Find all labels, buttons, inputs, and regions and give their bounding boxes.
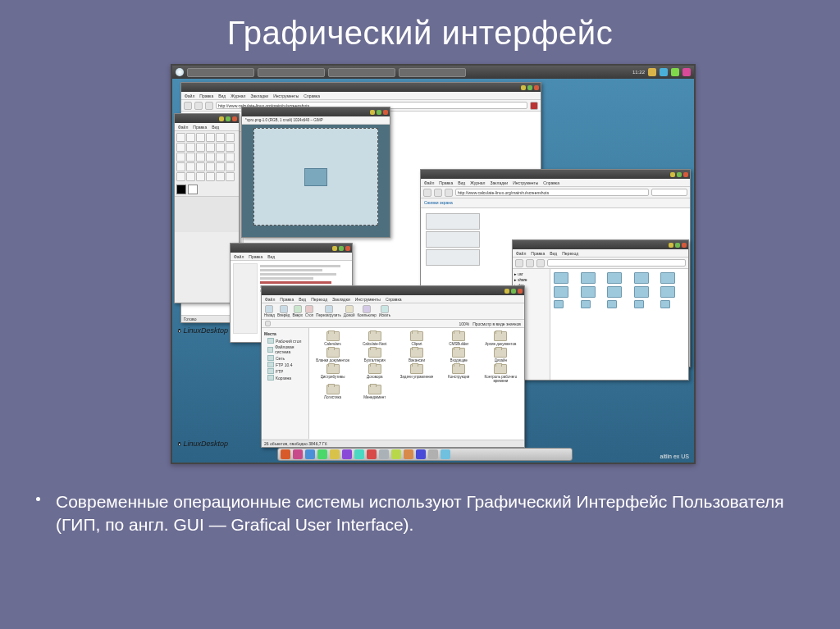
tool-icon[interactable]: [226, 172, 235, 181]
computer-icon[interactable]: [363, 305, 371, 313]
tool-icon[interactable]: [176, 143, 185, 152]
folder-item[interactable]: CMSBuilder: [439, 331, 479, 346]
tool-icon[interactable]: [226, 153, 235, 162]
maximize-icon[interactable]: [511, 289, 516, 294]
folder-icon[interactable]: [607, 286, 622, 298]
fm-toolbar[interactable]: Назад Вперёд Вверх Стоп Перезагрузить До…: [262, 303, 524, 320]
tool-icon[interactable]: [206, 133, 215, 142]
maximize-icon[interactable]: [226, 116, 231, 121]
tool-icon[interactable]: [176, 153, 185, 162]
tool-icon[interactable]: [186, 133, 195, 142]
folder-icon[interactable]: [634, 300, 644, 308]
folder-icon[interactable]: [581, 272, 596, 284]
tool-icon[interactable]: [196, 153, 205, 162]
back-icon[interactable]: [184, 102, 192, 110]
tool-icon[interactable]: [186, 172, 195, 181]
tool-icon[interactable]: [196, 162, 205, 171]
close-icon[interactable]: [683, 172, 688, 177]
folder-item[interactable]: Бухгалтерия: [354, 348, 395, 362]
close-icon[interactable]: [383, 110, 388, 115]
folder-item[interactable]: Менеджмент: [354, 385, 395, 399]
folder-item[interactable]: Бланки документов: [313, 348, 353, 362]
dock-panel[interactable]: [277, 448, 573, 461]
bg-color-swatch[interactable]: [188, 185, 198, 194]
tool-icon[interactable]: [176, 172, 185, 181]
folder-item[interactable]: Конструкции: [439, 364, 479, 383]
tool-icon[interactable]: [176, 133, 185, 142]
maximize-icon[interactable]: [377, 110, 381, 115]
minimize-icon[interactable]: [670, 172, 675, 177]
tool-icon[interactable]: [186, 153, 195, 162]
minimize-icon[interactable]: [504, 289, 509, 294]
sidebar-item[interactable]: Рабочий стол: [267, 338, 306, 344]
menubar[interactable]: ФайлПравкаВид: [175, 123, 239, 131]
dock-app-icon[interactable]: [293, 449, 303, 459]
folder-item[interactable]: Clipart: [396, 331, 436, 346]
tool-icon[interactable]: [186, 143, 195, 152]
folder-icon[interactable]: [581, 300, 591, 308]
tray-icon[interactable]: [671, 68, 679, 76]
start-menu-icon[interactable]: [176, 68, 184, 76]
folder-item[interactable]: Задачи управления: [396, 364, 436, 383]
tool-icon[interactable]: [176, 162, 185, 171]
reload-icon[interactable]: [325, 305, 333, 313]
sidebar-item[interactable]: Сеть: [267, 355, 306, 361]
taskbar-task[interactable]: [258, 68, 325, 77]
close-icon[interactable]: [682, 243, 687, 248]
taskbar-task[interactable]: [328, 68, 395, 77]
reload-icon[interactable]: [205, 102, 213, 110]
dock-app-icon[interactable]: [342, 449, 352, 459]
menubar[interactable]: ФайлПравкаВидЖурналЗакладкиИнструментыСп…: [421, 179, 690, 187]
file-manager-window[interactable]: ФайлПравкаВидПереходЗакладкиИнструментыС…: [261, 285, 525, 448]
file-browser-secondary[interactable]: ФайлПравкаВидПереход ▸ usr▸ share▸ doc▸ …: [512, 239, 689, 381]
sidebar-item[interactable]: FTP: [267, 368, 306, 374]
maximize-icon[interactable]: [527, 85, 532, 90]
forward-icon[interactable]: [434, 189, 442, 197]
dock-app-icon[interactable]: [281, 449, 290, 459]
location-bar[interactable]: 100% Просмотр в виде значков: [262, 320, 524, 328]
minimize-icon[interactable]: [219, 116, 224, 121]
sidebar-item[interactable]: FTP 10.4: [267, 362, 306, 367]
menubar[interactable]: ФайлПравкаВидПереходЗакладкиИнструментыС…: [262, 295, 524, 303]
tool-icon[interactable]: [216, 162, 225, 171]
dock-app-icon[interactable]: [305, 449, 315, 459]
back-icon[interactable]: [265, 305, 273, 313]
folder-icon[interactable]: [554, 272, 568, 284]
search-box[interactable]: [651, 189, 687, 196]
folder-item[interactable]: Договора: [354, 364, 395, 383]
tool-icon[interactable]: [186, 162, 195, 171]
menubar[interactable]: ФайлПравкаВидПереход: [513, 249, 688, 258]
color-swatches[interactable]: [175, 183, 239, 196]
address-bar[interactable]: http://www.calculate-linux.org/main/ru/s…: [455, 189, 649, 196]
folder-icon[interactable]: [660, 300, 670, 308]
close-icon[interactable]: [232, 116, 237, 121]
thumbnail[interactable]: [426, 249, 480, 266]
tool-icon[interactable]: [226, 162, 235, 171]
gimp-tool-grid[interactable]: [175, 131, 239, 183]
folder-item[interactable]: Архив документов: [481, 331, 521, 346]
folder-icon[interactable]: [581, 286, 596, 298]
folder-icon[interactable]: [634, 286, 649, 298]
thumbnail-strip[interactable]: [233, 263, 258, 334]
sidebar-item[interactable]: Файловая система: [267, 344, 306, 354]
folder-item[interactable]: Дистрибутивы: [313, 364, 353, 383]
icon-grid[interactable]: [550, 269, 688, 312]
maximize-icon[interactable]: [677, 172, 682, 177]
stop-icon[interactable]: [530, 102, 538, 110]
tool-icon[interactable]: [206, 153, 215, 162]
menubar[interactable]: ФайлПравкаВид: [231, 253, 352, 261]
tray-icon[interactable]: [682, 68, 691, 76]
tool-icon[interactable]: [226, 143, 235, 152]
folder-icon[interactable]: [607, 300, 617, 308]
dock-app-icon[interactable]: [428, 449, 438, 459]
dock-app-icon[interactable]: [379, 449, 389, 459]
folder-item[interactable]: Логистика: [313, 385, 353, 399]
maximize-icon[interactable]: [675, 243, 680, 248]
maximize-icon[interactable]: [339, 246, 344, 251]
thumbnail[interactable]: [426, 231, 480, 248]
sidebar-item[interactable]: Корзина: [267, 375, 306, 381]
folder-icon[interactable]: [554, 286, 568, 298]
tool-icon[interactable]: [226, 133, 235, 142]
folder-item[interactable]: Входящие: [439, 348, 479, 362]
minimize-icon[interactable]: [521, 85, 526, 90]
